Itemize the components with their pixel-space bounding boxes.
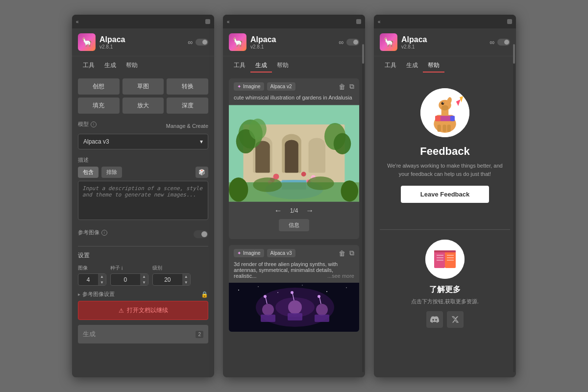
info-container-1: 信息 [229, 219, 359, 239]
btn-zhuanhuan[interactable]: 转换 [167, 78, 208, 95]
nav-help-1[interactable]: 帮助 [121, 59, 143, 73]
btn-fangda[interactable]: 放大 [122, 98, 164, 114]
svg-point-29 [301, 172, 306, 176]
gen-actions-1: 🗑 ⧉ [339, 82, 354, 91]
svg-point-40 [288, 300, 302, 314]
nav-tools-1[interactable]: 工具 [78, 59, 99, 73]
close-btn-2[interactable] [356, 19, 361, 24]
svg-point-28 [273, 173, 279, 179]
svg-rect-67 [447, 125, 451, 132]
info-button-1[interactable]: 信息 [279, 219, 309, 231]
nav-generate-1[interactable]: 生成 [99, 59, 121, 73]
description-input[interactable]: Input a description of a scene, style an… [78, 181, 208, 220]
app-name-1: Alpaca [99, 35, 125, 44]
tab-exclude[interactable]: 排除 [101, 167, 122, 178]
svg-point-16 [334, 133, 351, 154]
logo-icon-1: 🦙 [78, 33, 96, 51]
desc-3d-icon[interactable]: 🎲 [196, 167, 208, 178]
toggle-2[interactable] [346, 39, 359, 46]
ref-img-info-icon[interactable]: i [101, 230, 107, 236]
gen-prompt-1: cute whimsical illustration of gardens i… [229, 95, 359, 104]
svg-rect-65 [438, 125, 441, 132]
btn-caotu[interactable]: 草图 [122, 78, 164, 95]
nav-generate-3[interactable]: 生成 [401, 59, 423, 73]
expand-icon-1[interactable]: « [76, 19, 79, 24]
seed-info-icon[interactable]: i [122, 266, 122, 271]
window-controls-3 [507, 19, 512, 24]
model-section-header: 模型 i Manage & Create [78, 121, 208, 131]
gen-tag-model-2: Alpaca v3 [267, 249, 295, 257]
close-btn-3[interactable] [507, 19, 512, 24]
nav-generate-2[interactable]: 生成 [250, 59, 272, 73]
social-row [426, 311, 464, 328]
discord-button[interactable] [426, 311, 443, 328]
svg-rect-62 [450, 116, 455, 121]
btn-chuangxiang[interactable]: 创想 [78, 78, 120, 95]
svg-point-32 [258, 286, 259, 287]
expand-icon-2[interactable]: « [227, 19, 230, 24]
btn-tianchong[interactable]: 填充 [78, 98, 120, 114]
desc-tabs: 包含 排除 🎲 [78, 167, 208, 178]
btn-shendu[interactable]: 深度 [167, 98, 208, 114]
gen-entry-2-header: ✦ Imagine Alpaca v3 🗑 ⧉ [229, 245, 359, 261]
image-spin-up[interactable]: ▲ [98, 274, 106, 280]
app-version-1: v2.8.1 [99, 44, 125, 49]
model-info-icon[interactable]: i [91, 122, 97, 127]
leave-feedback-button[interactable]: Leave Feedback [401, 186, 489, 203]
image-input-wrap: ▲ ▼ [78, 273, 106, 286]
manage-link[interactable]: Manage & Create [166, 123, 208, 129]
copy-btn-1[interactable]: ⧉ [349, 82, 354, 91]
trash-btn-2[interactable]: 🗑 [339, 249, 345, 257]
panel-2: « 🦙 Alpaca v2.8.1 ∞ 工具 生成 帮助 ✦ Imagin [223, 15, 365, 377]
level-spin-down[interactable]: ▼ [182, 280, 190, 286]
gen-entry-2: ✦ Imagine Alpaca v3 🗑 ⧉ 3d render of thr… [229, 245, 359, 332]
model-dropdown[interactable]: Alpaca v3 ▾ [78, 134, 208, 149]
image-input[interactable] [78, 274, 98, 285]
scrollbar-thumb-3[interactable] [513, 44, 515, 64]
garden-image [229, 104, 359, 202]
logo-icon-3: 🦙 [380, 33, 397, 51]
expand-icon-3[interactable]: « [378, 19, 381, 24]
ref-img-settings-row[interactable]: ▸ 参考图像设置 🔒 [78, 291, 208, 298]
nav-tools-2[interactable]: 工具 [229, 59, 250, 73]
copy-btn-2[interactable]: ⧉ [349, 249, 354, 257]
prev-btn-1[interactable]: ← [274, 206, 282, 215]
header-left-2: 🦙 Alpaca v2.8.1 [229, 33, 276, 51]
panel-3: « 🦙 Alpaca v2.8.1 ∞ 工具 生成 帮助 [374, 15, 516, 377]
seed-input[interactable] [111, 274, 140, 285]
title-bar-3: « [374, 15, 516, 28]
svg-rect-70 [445, 250, 456, 268]
seed-spin-down[interactable]: ▼ [140, 280, 148, 286]
open-doc-button[interactable]: ⚠ 打开文档以继续 [78, 301, 208, 320]
trash-btn-1[interactable]: 🗑 [339, 82, 345, 91]
svg-point-7 [309, 138, 325, 149]
lock-icon: 🔒 [201, 291, 208, 298]
gen-tag-imagine-2: ✦ Imagine [234, 249, 264, 257]
nav-help-3[interactable]: 帮助 [423, 59, 444, 73]
ref-img-toggle[interactable] [194, 230, 208, 238]
header-2: 🦙 Alpaca v2.8.1 ∞ [223, 28, 365, 56]
toggle-3[interactable] [497, 39, 510, 46]
see-more[interactable]: ...see more [327, 273, 354, 279]
seed-spin-up[interactable]: ▲ [140, 274, 148, 280]
close-btn-1[interactable] [205, 19, 210, 24]
level-input[interactable] [153, 274, 182, 285]
level-spin-up[interactable]: ▲ [182, 274, 190, 280]
feedback-title: Feedback [420, 145, 470, 158]
image-spin-down[interactable]: ▼ [98, 280, 106, 286]
panel-content-3: Feedback We're always working to make th… [374, 73, 516, 377]
nav-menu-2: 工具 生成 帮助 [223, 56, 365, 73]
nav-help-2[interactable]: 帮助 [272, 59, 294, 73]
tab-include[interactable]: 包含 [78, 167, 98, 178]
next-btn-1[interactable]: → [306, 206, 314, 215]
scrollbar-thumb-2[interactable] [362, 44, 364, 64]
toggle-1[interactable] [196, 39, 208, 46]
svg-point-56 [441, 105, 449, 111]
generate-button[interactable]: 生成 2 [78, 325, 208, 343]
twitter-button[interactable] [447, 311, 464, 328]
svg-point-11 [285, 140, 298, 149]
nav-tools-3[interactable]: 工具 [380, 59, 401, 73]
app-name-3: Alpaca [401, 35, 427, 44]
settings-label: 设置 [78, 251, 208, 260]
window-controls-1 [205, 19, 210, 24]
